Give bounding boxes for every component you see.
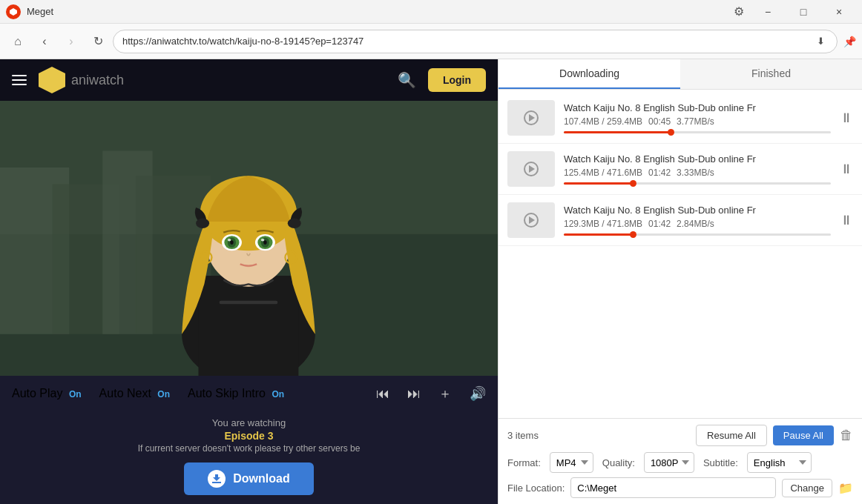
logo-text: aniwatch bbox=[71, 73, 124, 88]
play-icon-3 bbox=[524, 213, 539, 228]
pause-all-button[interactable]: Pause All bbox=[773, 425, 834, 445]
refresh-button[interactable]: ↻ bbox=[86, 30, 110, 53]
thumbnail-2 bbox=[507, 151, 555, 187]
time-3: 01:42 bbox=[648, 219, 671, 229]
format-label: Format: bbox=[507, 457, 541, 468]
play-icon-1 bbox=[524, 110, 539, 125]
svg-rect-30 bbox=[220, 301, 278, 304]
page-download-icon[interactable]: ⬇ bbox=[813, 34, 828, 49]
pause-button-1[interactable]: ⏸ bbox=[840, 110, 853, 126]
svg-rect-31 bbox=[212, 482, 221, 483]
home-button[interactable]: ⌂ bbox=[6, 30, 30, 53]
episode-title: Episode 3 bbox=[12, 430, 486, 442]
pin-icon[interactable]: 📌 bbox=[843, 36, 856, 47]
change-button[interactable]: Change bbox=[782, 479, 832, 497]
download-label: Download bbox=[233, 472, 289, 485]
play-icon-2 bbox=[524, 162, 539, 176]
download-tabs: Downloading Finished bbox=[499, 59, 862, 90]
rewind-button[interactable]: ⏮ bbox=[376, 386, 389, 402]
resume-all-button[interactable]: Resume All bbox=[696, 425, 767, 446]
progress-bar-2 bbox=[564, 182, 831, 185]
video-area bbox=[0, 101, 498, 376]
app-logo bbox=[6, 4, 21, 19]
url-input[interactable] bbox=[122, 36, 807, 47]
format-row: Format: MP4 MKV AVI Quality: 1080P 720P … bbox=[507, 452, 853, 473]
svg-point-16 bbox=[196, 219, 209, 228]
title-bar: Meget ⚙ − □ × bbox=[0, 0, 862, 24]
download-info-2: Watch Kaiju No. 8 English Sub-Dub online… bbox=[564, 153, 831, 185]
video-frame bbox=[0, 101, 498, 376]
download-video-button[interactable]: Download bbox=[184, 462, 313, 495]
downloaded-2: 125.4MB / 471.6MB bbox=[564, 168, 642, 178]
download-meta-3: 129.3MB / 471.8MB 01:42 2.84MB/s bbox=[564, 219, 831, 229]
file-location-row: File Location: Change 📁 bbox=[507, 477, 853, 498]
forward-button[interactable]: › bbox=[59, 30, 83, 53]
speed-1: 3.77MB/s bbox=[677, 116, 714, 127]
progress-bar-3 bbox=[564, 233, 831, 236]
aniwatch-logo: aniwatch bbox=[39, 67, 124, 93]
svg-point-27 bbox=[261, 239, 264, 241]
pause-button-3[interactable]: ⏸ bbox=[840, 213, 853, 228]
thumbnail-3 bbox=[507, 202, 555, 238]
auto-play-label: Auto Play On bbox=[12, 387, 82, 400]
subtitle-select[interactable]: English None Japanese bbox=[747, 452, 812, 473]
subtitle-label: Subtitle: bbox=[703, 457, 738, 468]
progress-fill-3 bbox=[564, 233, 636, 236]
logo-hexagon-icon bbox=[39, 67, 65, 93]
file-location-input[interactable] bbox=[570, 477, 776, 498]
svg-rect-12 bbox=[198, 276, 298, 376]
download-meta-1: 107.4MB / 259.4MB 00:45 3.77MB/s bbox=[564, 116, 831, 127]
delete-button[interactable]: 🗑 bbox=[840, 428, 853, 443]
svg-point-21 bbox=[230, 240, 233, 245]
speed-2: 3.33MB/s bbox=[677, 168, 714, 178]
settings-button[interactable]: ⚙ bbox=[727, 0, 751, 24]
folder-icon-button[interactable]: 📁 bbox=[838, 481, 853, 495]
login-button[interactable]: Login bbox=[428, 68, 486, 92]
time-2: 01:42 bbox=[648, 168, 671, 178]
format-select[interactable]: MP4 MKV AVI bbox=[550, 452, 593, 473]
hamburger-menu-button[interactable] bbox=[12, 75, 27, 85]
download-footer: 3 items Resume All Pause All 🗑 Format: M… bbox=[499, 418, 862, 504]
tab-downloading[interactable]: Downloading bbox=[499, 59, 680, 89]
tab-finished[interactable]: Finished bbox=[680, 59, 862, 89]
auto-play-value: On bbox=[69, 389, 82, 399]
logo-brand2: watch bbox=[89, 73, 124, 87]
browser-panel: aniwatch 🔍 Login bbox=[0, 59, 498, 504]
download-bar: Download bbox=[0, 457, 498, 504]
download-list: Watch Kaiju No. 8 English Sub-Dub online… bbox=[499, 90, 862, 418]
download-info-3: Watch Kaiju No. 8 English Sub-Dub online… bbox=[564, 205, 831, 236]
window-controls: − □ × bbox=[751, 0, 856, 24]
progress-bar-1 bbox=[564, 131, 831, 133]
auto-next-label: Auto Next On bbox=[99, 387, 170, 400]
auto-next-value: On bbox=[157, 389, 170, 399]
search-button[interactable]: 🔍 bbox=[398, 71, 416, 89]
minimize-button[interactable]: − bbox=[751, 0, 785, 24]
audio-button[interactable]: 🔊 bbox=[470, 385, 486, 402]
time-1: 00:45 bbox=[648, 116, 671, 127]
download-title-1: Watch Kaiju No. 8 English Sub-Dub online… bbox=[564, 102, 831, 113]
progress-fill-2 bbox=[564, 182, 636, 185]
quality-label: Quality: bbox=[602, 457, 635, 468]
browser-bar: ⌂ ‹ › ↻ ⬇ 📌 bbox=[0, 24, 862, 59]
downloaded-3: 129.3MB / 471.8MB bbox=[564, 219, 642, 229]
pause-button-2[interactable]: ⏸ bbox=[840, 162, 853, 177]
logo-brand1: ani bbox=[71, 73, 89, 87]
download-title-2: Watch Kaiju No. 8 English Sub-Dub online… bbox=[564, 153, 831, 165]
main-content: aniwatch 🔍 Login bbox=[0, 59, 862, 504]
download-info-1: Watch Kaiju No. 8 English Sub-Dub online… bbox=[564, 102, 831, 133]
quality-select[interactable]: 1080P 720P 480P 360P bbox=[644, 452, 694, 473]
svg-marker-0 bbox=[10, 8, 17, 16]
close-button[interactable]: × bbox=[822, 0, 856, 24]
auto-skip-label: Auto Skip Intro On bbox=[188, 387, 284, 400]
list-item: Watch Kaiju No. 8 English Sub-Dub online… bbox=[499, 195, 862, 246]
items-count: 3 items bbox=[507, 430, 690, 441]
add-button[interactable]: ＋ bbox=[438, 385, 452, 402]
maximize-button[interactable]: □ bbox=[786, 0, 820, 24]
back-button[interactable]: ‹ bbox=[33, 30, 56, 53]
address-bar: ⬇ bbox=[113, 30, 838, 53]
svg-point-26 bbox=[263, 240, 266, 245]
watching-text: You are watching bbox=[12, 417, 486, 428]
player-controls: Auto Play On Auto Next On Auto Skip Intr… bbox=[0, 376, 498, 411]
fast-forward-button[interactable]: ⏭ bbox=[407, 386, 421, 402]
thumbnail-1 bbox=[507, 100, 555, 136]
